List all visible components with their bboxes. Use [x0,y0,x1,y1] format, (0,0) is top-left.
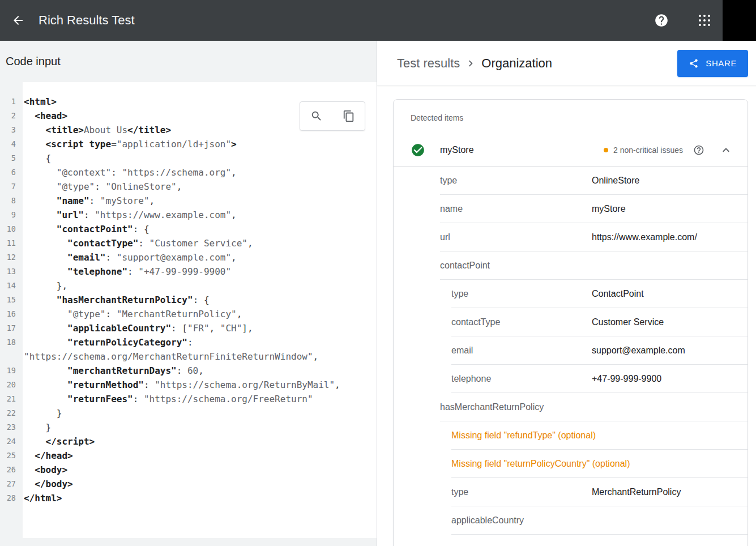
apps-grid-icon [698,14,711,27]
line-number: 17 [0,321,19,335]
code-line: 8 "name": "myStore", [0,194,377,208]
code-lines: 1<html>2 <head>3 <title>About Us</title>… [0,95,377,505]
line-number: 9 [0,208,19,222]
help-outline-icon[interactable] [693,144,704,156]
detail-label: hasMerchantReturnPolicy [440,402,592,412]
horizontal-scrollbar[interactable] [0,538,377,546]
check-circle-icon [411,143,425,157]
detail-label: contactPoint [440,261,592,271]
main-content: Code input 1<html>2 <head>3 <title>About… [0,41,756,546]
share-button[interactable]: SHARE [677,50,748,77]
detail-label: type [440,176,592,186]
code-editor[interactable]: 1<html>2 <head>3 <title>About Us</title>… [0,82,377,538]
line-number: 3 [0,123,19,137]
code-line-text: }, [19,279,377,293]
line-number: 27 [0,477,19,491]
help-button[interactable] [648,7,675,34]
code-line-text: "returnFees": "https://schema.org/FreeRe… [19,392,377,406]
chevron-up-icon[interactable] [719,143,733,157]
line-number: 5 [0,151,19,165]
detail-row: contactTypeCustomer Service [451,308,748,336]
share-icon [689,58,699,69]
line-number: 19 [0,364,19,378]
code-line-text: "hasMerchantReturnPolicy": { [19,293,377,307]
issues-cluster: 2 non-critical issues [604,143,733,157]
code-line: 15 "hasMerchantReturnPolicy": { [0,293,377,307]
detail-label: type [451,289,592,299]
code-line: 9 "url": "https://www.example.com", [0,208,377,222]
detail-warning-row: Missing field "refundType" (optional) [451,421,748,450]
arrow-back-icon [11,14,25,27]
line-number: 21 [0,392,19,406]
line-number: 1 [0,95,19,109]
back-button[interactable] [5,7,32,34]
code-line: 5 { [0,151,377,165]
warning-text: Missing field "returnPolicyCountry" (opt… [451,459,630,469]
entity-name: myStore [440,145,604,155]
line-number: 6 [0,165,19,180]
code-tools [300,101,365,131]
code-line: 24 </script> [0,434,377,449]
line-number: 4 [0,137,19,151]
entity-row-mystore[interactable]: myStore 2 non-critical issues [394,134,748,167]
card-header: Detected items myStore 2 non-critical is… [394,100,748,167]
detail-value: MerchantReturnPolicy [592,487,681,497]
code-line-text: "merchantReturnDays": 60, [19,364,377,378]
code-line: 21 "returnFees": "https://schema.org/Fre… [0,392,377,406]
share-button-label: SHARE [706,58,737,68]
code-line-text: } [19,406,377,420]
code-line-text: <body> [19,463,377,477]
search-icon [310,110,323,122]
code-line: 22 } [0,406,377,420]
detail-value: OnlineStore [592,176,640,186]
code-line-text: "applicableCountry": ["FR", "CH"], [19,321,377,335]
profile-area[interactable] [723,0,756,41]
code-line-text: </html> [19,491,377,505]
code-line: 20 "returnMethod": "https://schema.org/R… [0,378,377,392]
apps-grid-button[interactable] [691,7,718,34]
code-line: 11 "contactType": "Customer Service", [0,236,377,250]
code-line: 18 "returnPolicyCategory": "https://sche… [0,335,377,364]
line-number: 7 [0,180,19,194]
code-line-text: "email": "support@example.com", [19,250,377,265]
code-line: 27 </body> [0,477,377,491]
detail-value: support@example.com [592,345,685,356]
code-line-text: "telephone": "+47-99-999-9900" [19,265,377,279]
code-line: 13 "telephone": "+47-99-999-9900" [0,265,377,279]
breadcrumb-test-results[interactable]: Test results [397,56,460,71]
code-line: 23 } [0,420,377,434]
code-line: 7 "@type": "OnlineStore", [0,180,377,194]
code-line-text: </head> [19,449,377,463]
detected-items-card: Detected items myStore 2 non-critical is… [393,99,748,546]
detail-label: name [440,204,592,214]
line-number: 25 [0,449,19,463]
detail-value: +47-99-999-9900 [592,374,661,384]
code-line-text: "returnPolicyCategory": "https://schema.… [19,335,377,364]
code-line: 17 "applicableCountry": ["FR", "CH"], [0,321,377,335]
code-line-text: "contactPoint": { [19,222,377,236]
detail-row: typeOnlineStore [440,167,748,195]
code-line-text: "url": "https://www.example.com", [19,208,377,222]
line-number: 18 [0,335,19,349]
line-number: 26 [0,463,19,477]
detail-row: urlhttps://www.example.com/ [440,223,748,251]
code-copy-button[interactable] [332,102,365,130]
breadcrumb-organization: Organization [481,56,552,71]
code-line-text: "contactType": "Customer Service", [19,236,377,250]
code-line: 6 "@context": "https://schema.org", [0,165,377,180]
code-search-button[interactable] [300,102,332,130]
code-line: 19 "merchantReturnDays": 60, [0,364,377,378]
code-line: 16 "@type": "MerchantReturnPolicy", [0,307,377,321]
code-input-panel: Code input 1<html>2 <head>3 <title>About… [0,41,377,546]
line-number: 12 [0,250,19,265]
detail-value: ContactPoint [592,289,644,299]
code-line: 14 }, [0,279,377,293]
app-title: Rich Results Test [39,13,648,28]
detail-row: emailsupport@example.com [451,336,748,365]
code-line: 28</html> [0,491,377,505]
code-line-text: </script> [19,434,377,449]
line-number: 11 [0,236,19,250]
line-number: 20 [0,378,19,392]
content-copy-icon [343,110,355,122]
detail-row: telephone+47-99-999-9900 [451,365,748,393]
